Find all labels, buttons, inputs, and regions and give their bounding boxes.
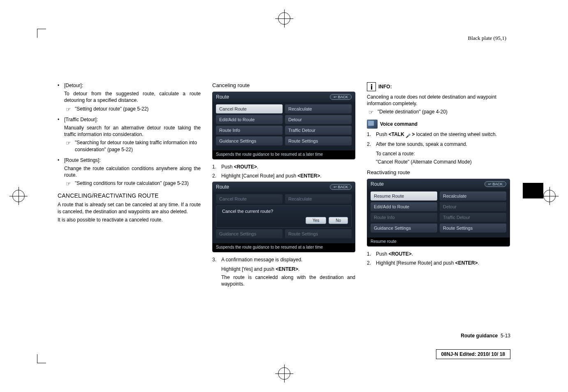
section-heading: CANCELING/REACTIVATING ROUTE xyxy=(58,192,201,199)
item-desc: Change the route calculation conditions … xyxy=(64,165,201,178)
column-3: INFO: Canceling a route does not delete … xyxy=(367,82,510,290)
nav-title: Route xyxy=(216,94,229,100)
info-heading: INFO: xyxy=(367,82,510,91)
item-desc: To detour from the suggested route, calc… xyxy=(64,90,201,104)
list-item: [Detour]: To detour from the suggested r… xyxy=(58,82,201,112)
nav-option-edit-add[interactable]: Edit/Add to Route xyxy=(216,115,283,124)
info-ref: "Delete destination" (page 4-20) xyxy=(367,108,510,115)
step-3c: The route is canceledd along with the de… xyxy=(221,274,355,287)
column-1: [Detour]: To detour from the suggested r… xyxy=(58,82,201,290)
react-step-2: Highlight [Resume Route] and push <ENTER… xyxy=(367,260,510,266)
list-item: [Traffic Detour]: Manually search for an… xyxy=(58,116,201,153)
info-paragraph: Canceling a route does not delete destin… xyxy=(367,94,510,107)
item-ref: "Searching for detour route taking traff… xyxy=(64,139,201,152)
nav-title: Route xyxy=(216,184,229,190)
step-2: Highlight [Cancel Route] and push <ENTER… xyxy=(212,173,355,179)
section-tab xyxy=(523,183,543,198)
registration-bottom xyxy=(276,365,292,382)
confirm-dialog: Cancel the current route? Yes No xyxy=(216,205,352,228)
back-button[interactable]: ↩ BACK xyxy=(330,184,352,190)
page-content: [Detour]: To detour from the suggested r… xyxy=(58,82,510,290)
crop-mark-bl xyxy=(37,354,46,363)
nav-option-dim: Guidance Settings xyxy=(216,229,283,238)
nav-option-traffic-detour[interactable]: Traffic Detour xyxy=(285,126,352,135)
column-2: Canceling route Route ↩ BACK Cancel Rout… xyxy=(212,82,355,290)
nav-screenshot-route: Route ↩ BACK Cancel RouteRecalculate Edi… xyxy=(212,92,355,159)
back-button[interactable]: ↩ BACK xyxy=(485,181,506,187)
yes-button[interactable]: Yes xyxy=(306,217,326,224)
nav-option-recalculate[interactable]: Recalculate xyxy=(440,191,506,201)
nav-option-route-settings[interactable]: Route Settings xyxy=(440,224,506,233)
registration-right xyxy=(541,188,558,204)
nav-footer: Suspends the route guidance to be resume… xyxy=(213,243,355,252)
vc-step-1: Push <TALK 🎤 > located on the steering w… xyxy=(367,131,510,139)
vc-step-2b: "Cancel Route" (Alternate Command Mode) xyxy=(376,159,510,165)
list-item: [Route Settings]: Change the route calcu… xyxy=(58,157,201,187)
item-title: [Detour]: xyxy=(64,82,201,89)
item-desc: Manually search for an alternative detou… xyxy=(64,125,201,138)
nav-option-route-settings[interactable]: Route Settings xyxy=(285,136,352,145)
registration-left xyxy=(10,188,27,204)
step-3b: Highlight [Yes] and push <ENTER>. xyxy=(221,266,355,272)
dialog-question: Cancel the current route? xyxy=(220,209,348,214)
nav-option-resume-route[interactable]: Resume Route xyxy=(371,191,437,201)
nav-footer: Suspends the route guidance to be resume… xyxy=(213,150,355,159)
voice-command-icon xyxy=(367,120,378,129)
info-icon xyxy=(367,82,376,91)
section-paragraph: A route that is already set can be cance… xyxy=(58,201,201,214)
nav-footer: Resume route xyxy=(367,238,510,246)
nav-option-guidance-settings[interactable]: Guidance Settings xyxy=(371,224,437,233)
page-footer: Route guidance 5-13 xyxy=(461,333,510,339)
subsection-heading: Reactivating route xyxy=(367,169,510,175)
nav-option-traffic-detour: Traffic Detour xyxy=(440,213,506,222)
back-button[interactable]: ↩ BACK xyxy=(330,94,352,100)
nav-screenshot-resume: Route ↩ BACK Resume RouteRecalculate Edi… xyxy=(367,179,510,247)
item-ref: "Setting conditions for route calculatio… xyxy=(64,180,201,187)
crop-mark-tl xyxy=(37,29,46,38)
subsection-heading: Canceling route xyxy=(212,82,355,88)
section-paragraph: It is also possible to reactivate a canc… xyxy=(58,217,201,223)
nav-option-detour[interactable]: Detour xyxy=(285,115,352,124)
no-button[interactable]: No xyxy=(329,217,348,224)
vc-step-2: After the tone sounds, speak a command. … xyxy=(367,141,510,165)
item-title: [Route Settings]: xyxy=(64,157,201,164)
nav-option-dim: Route Settings xyxy=(285,229,352,238)
info-label: INFO: xyxy=(378,84,392,90)
nav-option-dim: Cancel Route xyxy=(216,194,283,203)
step-1: Push <ROUTE>. xyxy=(212,164,355,170)
vc-step-2a: To cancel a route: xyxy=(376,150,510,157)
nav-option-edit-add[interactable]: Edit/Add to Route xyxy=(371,202,437,211)
nav-option-route-info: Route Info xyxy=(371,213,437,222)
voice-command-label: Voice command xyxy=(380,121,417,127)
react-step-1: Push <ROUTE>. xyxy=(367,251,510,257)
nav-option-guidance-settings[interactable]: Guidance Settings xyxy=(216,136,283,145)
nav-option-route-info[interactable]: Route Info xyxy=(216,126,283,135)
nav-option-cancel-route[interactable]: Cancel Route xyxy=(216,104,283,113)
registration-top xyxy=(276,10,292,27)
nav-option-dim: Recalculate xyxy=(285,194,352,203)
nav-option-recalculate[interactable]: Recalculate xyxy=(285,104,352,113)
nav-screenshot-confirm: Route ↩ BACK Cancel RouteRecalculate Can… xyxy=(212,182,355,252)
edition-box: 08NJ-N Edited: 2010/ 10/ 18 xyxy=(436,349,510,359)
nav-title: Route xyxy=(371,181,384,187)
item-title: [Traffic Detour]: xyxy=(64,116,201,123)
nav-option-detour: Detour xyxy=(440,202,506,211)
plate-label: Black plate (95,1) xyxy=(468,35,507,42)
voice-command-heading: Voice command xyxy=(367,120,510,129)
item-ref: "Setting detour route" (page 5-22) xyxy=(64,106,201,112)
step-3: A confirmation message is displayed. Hig… xyxy=(212,256,355,287)
